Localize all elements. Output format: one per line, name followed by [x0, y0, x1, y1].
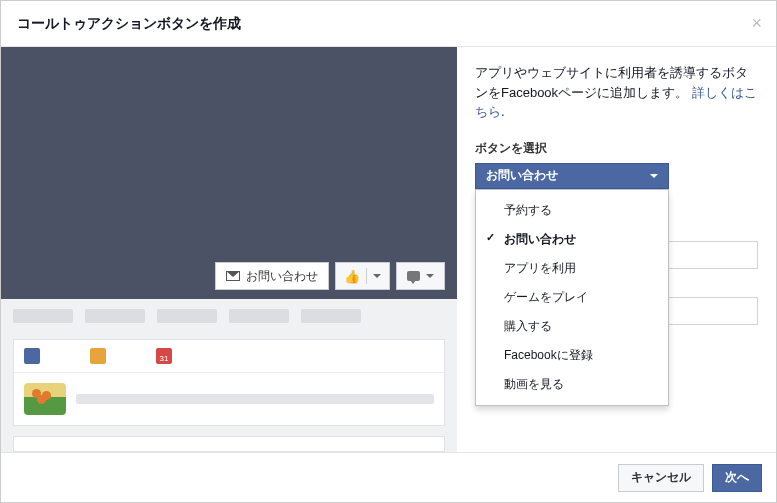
option-book[interactable]: 予約する	[476, 196, 668, 225]
close-icon[interactable]: ×	[751, 13, 762, 34]
divider	[366, 268, 367, 284]
cta-preview-button[interactable]: お問い合わせ	[215, 262, 329, 290]
option-play-game[interactable]: ゲームをプレイ	[476, 283, 668, 312]
composer-tabs: 31	[14, 340, 444, 373]
text-skeleton	[76, 394, 434, 404]
select-value: お問い合わせ	[486, 167, 558, 184]
button-type-select: お問い合わせ 予約する お問い合わせ アプリを利用 ゲームをプレイ 購入する F…	[475, 163, 669, 189]
cancel-button[interactable]: キャンセル	[618, 464, 704, 492]
message-icon	[407, 271, 420, 281]
thumbnail-icon	[24, 383, 66, 415]
envelope-icon	[226, 271, 240, 281]
composer-body	[14, 373, 444, 425]
cover-action-row: お問い合わせ 👍	[215, 262, 445, 290]
photo-icon	[90, 348, 106, 364]
panel-description: アプリやウェブサイトに利用者を誘導するボタンをFacebookページに追加します…	[475, 63, 758, 122]
chevron-down-icon	[426, 274, 434, 278]
nav-tab-skeleton	[13, 309, 73, 323]
event-icon: 31	[156, 348, 172, 364]
chevron-down-icon	[650, 174, 658, 178]
cta-preview-label: お問い合わせ	[246, 268, 318, 285]
cta-create-modal: コールトゥアクションボタンを作成 × お問い合わせ 👍	[0, 0, 777, 503]
message-button[interactable]	[396, 262, 445, 290]
config-panel: アプリやウェブサイトに利用者を誘導するボタンをFacebookページに追加します…	[457, 47, 776, 452]
nav-tab-skeleton	[85, 309, 145, 323]
select-trigger[interactable]: お問い合わせ	[475, 163, 669, 189]
nav-tab-skeleton	[229, 309, 289, 323]
option-use-app[interactable]: アプリを利用	[476, 254, 668, 283]
option-watch[interactable]: 動画を見る	[476, 370, 668, 399]
modal-body: お問い合わせ 👍	[1, 47, 776, 452]
select-dropdown: 予約する お問い合わせ アプリを利用 ゲームをプレイ 購入する Facebook…	[475, 189, 669, 406]
modal-title: コールトゥアクションボタンを作成	[17, 15, 241, 33]
like-icon: 👍	[344, 269, 360, 284]
chevron-down-icon	[373, 274, 381, 278]
modal-header: コールトゥアクションボタンを作成 ×	[1, 1, 776, 47]
option-shop[interactable]: 購入する	[476, 312, 668, 341]
page-nav-skeleton	[1, 299, 457, 333]
nav-tab-skeleton	[157, 309, 217, 323]
page-preview: お問い合わせ 👍	[1, 47, 457, 452]
modal-footer: キャンセル 次へ	[1, 452, 776, 502]
status-icon	[24, 348, 40, 364]
next-button[interactable]: 次へ	[712, 464, 762, 492]
option-contact[interactable]: お問い合わせ	[476, 225, 668, 254]
nav-tab-skeleton	[301, 309, 361, 323]
select-button-label: ボタンを選択	[475, 140, 758, 157]
card-skeleton	[13, 436, 445, 452]
composer-skeleton: 31	[13, 339, 445, 426]
like-button[interactable]: 👍	[335, 262, 390, 290]
option-signup[interactable]: Facebookに登録	[476, 341, 668, 370]
cover-photo: お問い合わせ 👍	[1, 47, 457, 299]
